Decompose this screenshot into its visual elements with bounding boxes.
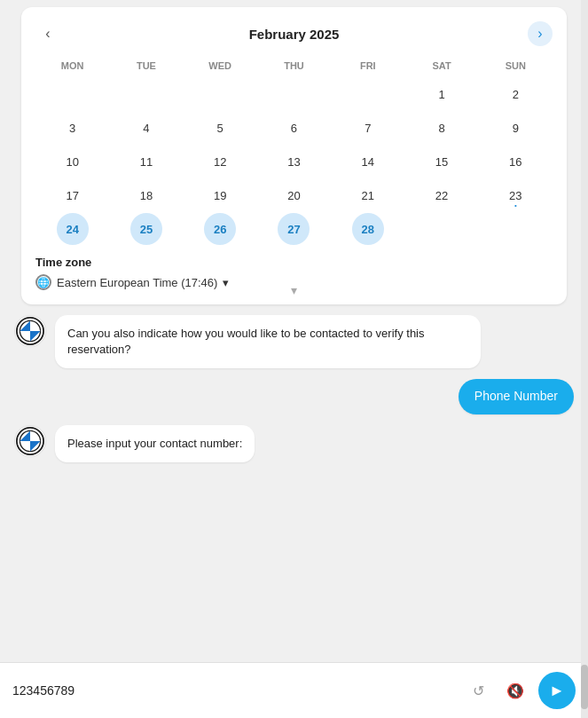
bot-avatar-2 [14, 425, 46, 457]
calendar-days: 1 2 3 4 5 6 7 8 9 10 11 12 13 [35, 78, 553, 245]
calendar-day-13[interactable]: 13 [278, 146, 310, 178]
calendar-card: ‹ February 2025 › MON TUE WED THU FRI [21, 7, 567, 304]
bot-bubble-1: Can you also indicate how you would like… [55, 315, 481, 368]
calendar-weekdays: MON TUE WED THU FRI SAT SUN [35, 57, 553, 75]
calendar-day-empty [499, 213, 531, 245]
user-bubble-1: Phone Number [459, 379, 574, 414]
refresh-button[interactable]: ↺ [464, 676, 492, 705]
calendar-day-23[interactable]: 23 [499, 179, 531, 211]
refresh-icon: ↺ [473, 682, 484, 699]
calendar-day-8[interactable]: 8 [426, 112, 458, 144]
calendar-day-10[interactable]: 10 [57, 146, 89, 178]
timezone-label: Time zone [35, 256, 553, 269]
main-container: ‹ February 2025 › MON TUE WED THU FRI [0, 0, 588, 718]
weekday-sun: SUN [479, 57, 553, 75]
calendar-day-12[interactable]: 12 [204, 146, 236, 178]
calendar-day-16[interactable]: 16 [499, 146, 531, 178]
chat-area: ‹ February 2025 › MON TUE WED THU FRI [0, 0, 588, 662]
weekday-fri: FRI [331, 57, 404, 75]
calendar-day-empty [352, 78, 384, 110]
calendar-day-9[interactable]: 9 [499, 112, 531, 144]
calendar-day-22[interactable]: 22 [426, 179, 458, 211]
user-message-1-text: Phone Number [474, 389, 558, 403]
globe-icon: 🌐 [35, 274, 51, 290]
calendar-day-20[interactable]: 20 [278, 179, 310, 211]
calendar-day-19[interactable]: 19 [204, 179, 236, 211]
mute-button[interactable]: 🔇 [501, 676, 529, 705]
bot-message-2-text: Please input your contact number: [67, 437, 242, 450]
calendar-day-21[interactable]: 21 [352, 179, 384, 211]
page-scroll-thumb[interactable] [581, 665, 588, 709]
weekday-sat: SAT [404, 57, 478, 75]
calendar-day-5[interactable]: 5 [204, 112, 236, 144]
weekday-mon: MON [35, 57, 109, 75]
calendar-header: ‹ February 2025 › [35, 21, 553, 46]
calendar-grid: MON TUE WED THU FRI SAT SUN [35, 57, 553, 245]
calendar-day-24[interactable]: 24 [57, 213, 89, 245]
mute-icon: 🔇 [506, 682, 524, 699]
send-button[interactable]: ► [538, 672, 576, 709]
calendar-day-4[interactable]: 4 [130, 112, 162, 144]
calendar-day-11[interactable]: 11 [130, 146, 162, 178]
bot-message-2: Please input your contact number: [14, 425, 574, 462]
calendar-day-17[interactable]: 17 [57, 179, 89, 211]
calendar-day-18[interactable]: 18 [130, 179, 162, 211]
calendar-day-28[interactable]: 28 [352, 213, 384, 245]
message-input[interactable] [12, 683, 455, 698]
chevron-down-icon: ▾ [223, 276, 229, 289]
calendar-day-15[interactable]: 15 [426, 146, 458, 178]
calendar-day-empty [278, 78, 310, 110]
calendar-day-26[interactable]: 26 [204, 213, 236, 245]
calendar-day-1[interactable]: 1 [426, 78, 458, 110]
timezone-value: Eastern European Time (17:46) [57, 276, 217, 289]
scroll-down-indicator: ▾ [291, 283, 297, 297]
bot-avatar-1 [14, 315, 46, 347]
calendar-day-14[interactable]: 14 [352, 146, 384, 178]
calendar-day-25[interactable]: 25 [130, 213, 162, 245]
calendar-day-6[interactable]: 6 [278, 112, 310, 144]
calendar-prev-btn[interactable]: ‹ [35, 21, 60, 46]
weekday-wed: WED [184, 57, 257, 75]
calendar-day-empty [57, 78, 89, 110]
weekday-tue: TUE [109, 57, 183, 75]
send-icon: ► [549, 682, 565, 700]
calendar-day-3[interactable]: 3 [57, 112, 89, 144]
page-scrollbar[interactable] [581, 0, 588, 718]
user-message-1: Phone Number [14, 379, 574, 414]
calendar-month-label: February 2025 [249, 27, 340, 42]
calendar-day-empty [130, 78, 162, 110]
bot-message-1-text: Can you also indicate how you would like… [67, 327, 425, 356]
prev-arrow-icon: ‹ [45, 26, 50, 42]
calendar-next-btn[interactable]: › [528, 21, 553, 46]
calendar-day-empty [204, 78, 236, 110]
weekday-thu: THU [257, 57, 331, 75]
calendar-day-7[interactable]: 7 [352, 112, 384, 144]
bot-bubble-2: Please input your contact number: [55, 425, 255, 462]
calendar-day-27[interactable]: 27 [278, 213, 310, 245]
calendar-day-2[interactable]: 2 [499, 78, 531, 110]
input-bar: ↺ 🔇 ► [0, 662, 588, 718]
next-arrow-icon: › [537, 26, 542, 42]
bot-message-1: Can you also indicate how you would like… [14, 315, 574, 368]
calendar-day-empty [426, 213, 458, 245]
calendar-wrapper: ‹ February 2025 › MON TUE WED THU FRI [14, 7, 574, 304]
